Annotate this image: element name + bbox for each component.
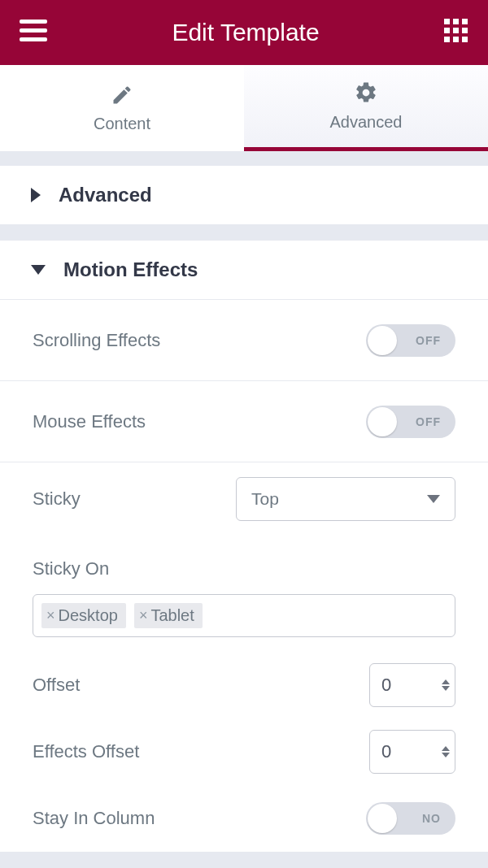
section-advanced-title: Advanced xyxy=(59,184,152,206)
scrolling-effects-row: Scrolling Effects OFF xyxy=(0,300,488,381)
toggle-knob xyxy=(368,326,397,355)
chevron-right-icon xyxy=(31,188,41,202)
sticky-select-value: Top xyxy=(251,489,279,509)
tab-content[interactable]: Content xyxy=(0,65,244,151)
svg-rect-4 xyxy=(453,19,459,24)
pencil-icon xyxy=(111,84,133,106)
step-down-icon[interactable] xyxy=(442,686,450,691)
svg-rect-6 xyxy=(444,28,450,33)
scrolling-effects-label: Scrolling Effects xyxy=(33,330,160,351)
motion-effects-panel: Scrolling Effects OFF Mouse Effects OFF … xyxy=(0,299,488,852)
sticky-select[interactable]: Top xyxy=(236,477,455,521)
mouse-effects-toggle[interactable]: OFF xyxy=(366,406,455,438)
sticky-on-block: Sticky On × Desktop × Tablet xyxy=(0,536,488,652)
toggle-knob xyxy=(368,407,397,436)
mouse-effects-label: Mouse Effects xyxy=(33,411,146,432)
svg-rect-9 xyxy=(444,37,450,42)
section-motion-effects-title: Motion Effects xyxy=(63,258,198,281)
svg-rect-8 xyxy=(462,28,468,33)
step-up-icon[interactable] xyxy=(442,679,450,684)
tab-advanced-label: Advanced xyxy=(330,113,403,132)
number-stepper xyxy=(442,679,450,691)
chevron-down-icon xyxy=(427,495,440,503)
svg-rect-3 xyxy=(444,19,450,24)
number-stepper xyxy=(442,746,450,757)
gear-icon xyxy=(354,80,378,105)
apps-grid-icon[interactable] xyxy=(444,19,468,46)
tag-desktop: × Desktop xyxy=(41,603,126,628)
tag-label: Tablet xyxy=(150,606,194,625)
svg-rect-5 xyxy=(462,19,468,24)
step-down-icon[interactable] xyxy=(442,753,450,757)
offset-row: Offset 0 xyxy=(0,652,488,718)
svg-rect-0 xyxy=(20,20,47,24)
toggle-state-label: OFF xyxy=(416,415,441,428)
offset-input[interactable]: 0 xyxy=(369,663,455,707)
toggle-state-label: OFF xyxy=(416,334,441,347)
sticky-on-input[interactable]: × Desktop × Tablet xyxy=(33,594,455,637)
svg-rect-2 xyxy=(20,37,47,41)
remove-tag-icon[interactable]: × xyxy=(46,607,55,624)
sticky-row: Sticky Top xyxy=(0,462,488,536)
step-up-icon[interactable] xyxy=(442,746,450,751)
mouse-effects-row: Mouse Effects OFF xyxy=(0,381,488,462)
chevron-down-icon xyxy=(31,265,46,275)
tabs: Content Advanced xyxy=(0,65,488,151)
effects-offset-input[interactable]: 0 xyxy=(369,730,455,774)
menu-icon[interactable] xyxy=(20,20,47,46)
svg-rect-1 xyxy=(20,28,47,33)
sticky-label: Sticky xyxy=(33,488,81,510)
sticky-on-label: Sticky On xyxy=(33,558,455,579)
svg-rect-11 xyxy=(462,37,468,42)
remove-tag-icon[interactable]: × xyxy=(139,607,148,624)
section-advanced-header[interactable]: Advanced xyxy=(0,166,488,224)
effects-offset-value: 0 xyxy=(381,741,391,762)
offset-value: 0 xyxy=(381,675,391,696)
tab-content-label: Content xyxy=(94,115,150,133)
offset-label: Offset xyxy=(33,675,80,696)
toggle-knob xyxy=(368,804,397,833)
stay-in-column-row: Stay In Column NO xyxy=(0,785,488,852)
tab-advanced[interactable]: Advanced xyxy=(244,65,488,151)
toggle-state-label: NO xyxy=(422,812,441,825)
svg-rect-10 xyxy=(453,37,459,42)
stay-in-column-label: Stay In Column xyxy=(33,808,155,829)
effects-offset-row: Effects Offset 0 xyxy=(0,718,488,785)
app-header: Edit Template xyxy=(0,0,488,65)
tag-label: Desktop xyxy=(59,606,118,625)
section-motion-effects-header[interactable]: Motion Effects xyxy=(0,241,488,299)
effects-offset-label: Effects Offset xyxy=(33,741,139,762)
page-title: Edit Template xyxy=(172,19,319,46)
scrolling-effects-toggle[interactable]: OFF xyxy=(366,324,455,357)
tag-tablet: × Tablet xyxy=(134,603,203,628)
svg-rect-7 xyxy=(453,28,459,33)
stay-in-column-toggle[interactable]: NO xyxy=(366,802,455,835)
